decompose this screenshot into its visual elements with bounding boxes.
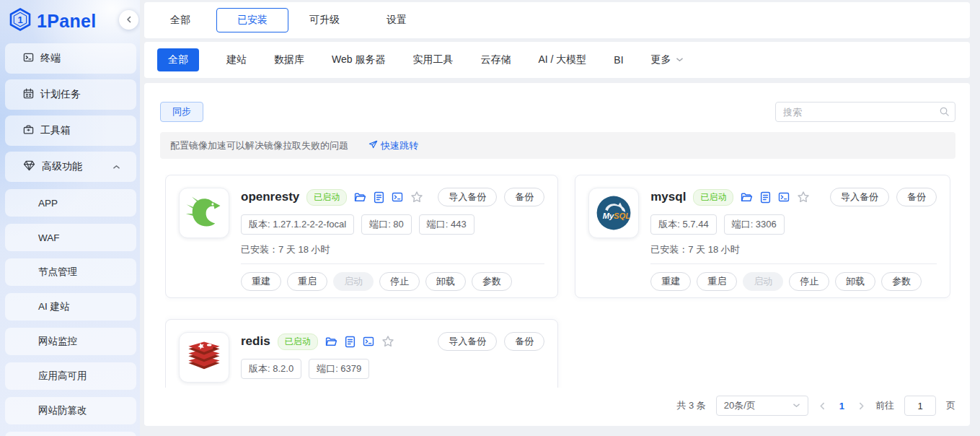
- sidebar-subitem-clipped[interactable]: [5, 432, 136, 436]
- app-action-button[interactable]: 卸载: [425, 272, 466, 291]
- sidebar-subitem[interactable]: 应用高可用: [5, 362, 136, 390]
- folder-icon[interactable]: [741, 191, 753, 204]
- tab[interactable]: 设置: [361, 2, 433, 38]
- category-item[interactable]: 全部: [157, 48, 199, 71]
- svg-text:1: 1: [17, 14, 22, 25]
- backup-button[interactable]: 备份: [504, 332, 544, 351]
- paper-plane-icon: [368, 140, 378, 152]
- tab[interactable]: 可升级: [288, 2, 361, 38]
- 1panel-hexagon-icon: 1: [9, 8, 31, 34]
- page-size-select[interactable]: 20条/页: [716, 396, 808, 416]
- sidebar-subitem[interactable]: APP: [5, 189, 136, 217]
- mysql-logo: MySQL: [588, 188, 639, 238]
- category-list: 全部 建站 数据库 Web 服务器 实用工具: [157, 48, 624, 71]
- gem-icon: [23, 160, 35, 173]
- next-page-button[interactable]: [857, 402, 865, 410]
- tab[interactable]: 已安装: [216, 8, 288, 32]
- sidebar-subitem[interactable]: 节点管理: [5, 258, 136, 286]
- terminal-icon[interactable]: [778, 191, 790, 203]
- app-action-button[interactable]: 重启: [287, 272, 327, 291]
- app-action-button[interactable]: 启动: [743, 272, 783, 291]
- sidebar-menu: 终端 计划任务 工具箱 高级功能: [0, 40, 140, 182]
- category-item[interactable]: AI / 大模型: [538, 53, 586, 66]
- sidebar-submenu: APP WAF 节点管理 AI 建站 网站监控 应: [0, 182, 140, 424]
- app-action-button[interactable]: 启动: [333, 272, 374, 291]
- app-name[interactable]: openresty: [241, 190, 299, 204]
- category-item[interactable]: 数据库: [274, 53, 304, 66]
- terminal-icon[interactable]: [363, 336, 374, 347]
- category-item[interactable]: Web 服务器: [332, 53, 385, 66]
- star-icon[interactable]: [410, 191, 423, 204]
- sidebar-item[interactable]: 高级功能: [5, 152, 136, 182]
- sidebar-item-label: 高级功能: [42, 160, 82, 173]
- app-action-button[interactable]: 参数: [881, 272, 922, 291]
- app-action-button[interactable]: 停止: [379, 272, 420, 291]
- star-icon[interactable]: [797, 191, 810, 204]
- backup-button[interactable]: 备份: [504, 188, 544, 206]
- sidebar-item[interactable]: 计划任务: [5, 79, 136, 110]
- app-action-button[interactable]: 参数: [472, 272, 512, 291]
- app-action-button[interactable]: 停止: [789, 272, 829, 291]
- brand-name: 1Panel: [37, 11, 96, 32]
- svg-text:My: My: [603, 212, 614, 220]
- app-action-button[interactable]: 重建: [650, 272, 691, 291]
- quick-jump-link[interactable]: 快速跳转: [368, 139, 418, 152]
- sidebar-item[interactable]: 工具箱: [5, 115, 136, 146]
- category-item[interactable]: BI: [614, 54, 623, 66]
- info-tag: 端口: 6379: [309, 359, 369, 379]
- current-page[interactable]: 1: [836, 401, 847, 411]
- sidebar-collapse-button[interactable]: [119, 10, 138, 30]
- tab-label: 可升级: [309, 14, 340, 27]
- category-more-label: 更多: [651, 53, 671, 66]
- sidebar: 1 1Panel 终端 计划任务: [0, 0, 140, 436]
- search-input[interactable]: [775, 102, 955, 122]
- info-tags: 版本: 8.2.0 端口: 6379: [241, 359, 544, 379]
- app-root: 1 1Panel 终端 计划任务: [0, 0, 980, 436]
- category-item[interactable]: 云存储: [480, 53, 511, 66]
- app-action-button[interactable]: 重建: [241, 272, 281, 291]
- folder-icon[interactable]: [325, 336, 337, 348]
- sidebar-subitem-label: AI 建站: [38, 300, 70, 313]
- app-action-button[interactable]: 重启: [697, 272, 737, 291]
- sidebar-item[interactable]: 终端: [5, 43, 136, 74]
- folder-icon[interactable]: [354, 191, 366, 204]
- tab[interactable]: 全部: [144, 2, 216, 38]
- sidebar-subitem[interactable]: WAF: [5, 224, 136, 251]
- category-more[interactable]: 更多: [651, 53, 684, 66]
- app-card: redis 已启动 导入备份 备份: [165, 319, 558, 388]
- import-backup-button[interactable]: 导入备份: [438, 188, 497, 206]
- app-name[interactable]: mysql: [650, 190, 686, 204]
- installed-duration: 已安装：7 天 18 小时: [241, 243, 544, 256]
- sidebar-subitem[interactable]: AI 建站: [5, 293, 136, 321]
- log-icon[interactable]: [374, 191, 384, 204]
- info-tag: 端口: 80: [361, 214, 412, 235]
- import-backup-button[interactable]: 导入备份: [830, 188, 889, 206]
- status-badge: 已启动: [306, 189, 347, 206]
- log-icon[interactable]: [760, 191, 771, 204]
- page-size-value: 20条/页: [724, 399, 756, 412]
- category-item[interactable]: 建站: [226, 53, 247, 66]
- category-label: 数据库: [274, 53, 304, 65]
- goto-page-input[interactable]: [904, 396, 936, 416]
- redis-logo: [179, 332, 229, 383]
- app-action-button[interactable]: 卸载: [835, 272, 875, 291]
- category-item[interactable]: 实用工具: [412, 53, 453, 66]
- total-count: 共 3 条: [676, 399, 705, 412]
- star-icon[interactable]: [381, 335, 394, 348]
- app-name[interactable]: redis: [241, 334, 270, 349]
- app-card: MySQL mysql 已启动 导入备份 备份: [575, 175, 950, 298]
- sync-button[interactable]: 同步: [160, 102, 203, 122]
- tab-label: 全部: [170, 14, 190, 27]
- sidebar-subitem-label: 网站监控: [38, 335, 77, 348]
- log-icon[interactable]: [345, 336, 356, 348]
- main-column: 全部 已安装 可升级 设置: [144, 2, 970, 426]
- category-label: 全部: [168, 53, 188, 65]
- app-actions: 重建 重启 启动 停止 卸载 参数: [241, 272, 544, 291]
- backup-button[interactable]: 备份: [896, 188, 937, 206]
- sidebar-subitem[interactable]: 网站监控: [5, 328, 136, 355]
- info-tag: 端口: 3306: [724, 214, 785, 235]
- terminal-icon[interactable]: [392, 191, 403, 203]
- import-backup-button[interactable]: 导入备份: [438, 332, 497, 351]
- sidebar-subitem[interactable]: 网站防篡改: [5, 397, 136, 424]
- prev-page-button[interactable]: [818, 402, 826, 410]
